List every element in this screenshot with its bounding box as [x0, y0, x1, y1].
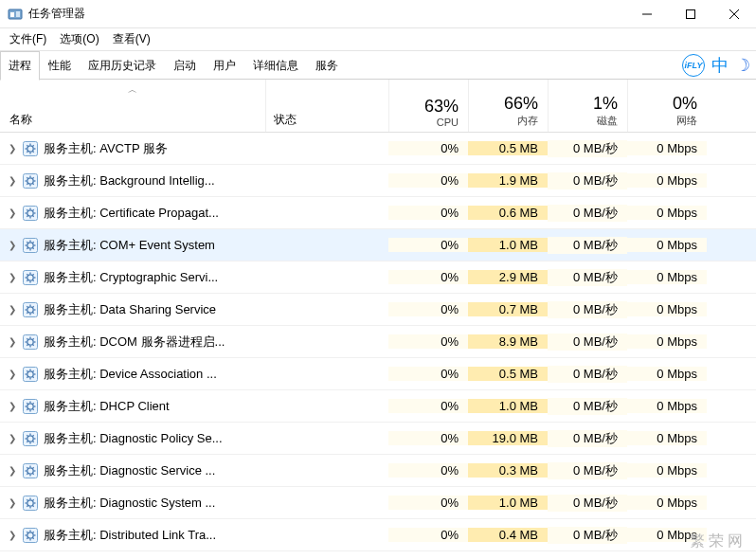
- maximize-button[interactable]: [669, 0, 712, 27]
- tab-users[interactable]: 用户: [205, 51, 244, 80]
- header-cpu[interactable]: 63% CPU: [388, 80, 468, 132]
- svg-line-45: [33, 242, 34, 243]
- svg-line-46: [27, 247, 27, 248]
- process-name: 服务主机: Diagnostic Service ...: [44, 462, 215, 479]
- expand-icon[interactable]: ❯: [6, 240, 19, 250]
- expand-icon[interactable]: ❯: [6, 207, 19, 218]
- header-cpu-label: CPU: [437, 117, 459, 128]
- table-row[interactable]: ❯服务主机: Distributed Link Tra...0%0.4 MB0 …: [0, 519, 756, 551]
- svg-line-13: [27, 145, 27, 146]
- service-host-icon: [23, 334, 38, 350]
- minimize-button[interactable]: [625, 0, 669, 27]
- cell-mem: 2.9 MB: [468, 270, 548, 284]
- cell-mem: 8.9 MB: [468, 334, 548, 349]
- header-net[interactable]: 0% 网络: [627, 80, 707, 132]
- table-row[interactable]: ❯服务主机: Diagnostic System ...0%1.0 MB0 MB…: [0, 487, 756, 519]
- expand-icon[interactable]: ❯: [6, 433, 19, 443]
- svg-line-126: [27, 505, 27, 506]
- cell-mem: 1.9 MB: [468, 173, 548, 188]
- svg-line-25: [33, 177, 34, 178]
- svg-line-125: [33, 499, 34, 500]
- cell-disk: 0 MB/秒: [548, 301, 627, 318]
- process-name: 服务主机: Cryptographic Servi...: [44, 269, 218, 286]
- tab-startup[interactable]: 启动: [165, 51, 205, 80]
- svg-line-63: [27, 306, 27, 307]
- expand-icon[interactable]: ❯: [6, 465, 19, 476]
- tab-details[interactable]: 详细信息: [244, 51, 307, 80]
- svg-line-14: [33, 151, 34, 152]
- cell-net: 0 Mbps: [627, 334, 707, 349]
- svg-line-95: [33, 403, 34, 404]
- tab-services[interactable]: 服务: [307, 51, 347, 80]
- table-row[interactable]: ❯服务主机: Diagnostic Service ...0%0.3 MB0 M…: [0, 455, 756, 487]
- cell-net: 0 Mbps: [627, 302, 707, 316]
- expand-icon[interactable]: ❯: [6, 143, 19, 153]
- service-host-icon: [23, 238, 38, 253]
- svg-line-53: [27, 274, 27, 275]
- svg-line-65: [33, 306, 34, 307]
- cell-cpu: 0%: [388, 399, 468, 413]
- menu-file[interactable]: 文件(F): [4, 29, 52, 49]
- table-row[interactable]: ❯服务主机: AVCTP 服务0%0.5 MB0 MB/秒0 Mbps: [0, 133, 756, 165]
- header-status[interactable]: 状态: [265, 80, 388, 132]
- expand-icon[interactable]: ❯: [6, 530, 19, 540]
- svg-line-34: [33, 215, 34, 216]
- expand-icon[interactable]: ❯: [6, 175, 19, 186]
- window-title: 任务管理器: [28, 6, 625, 22]
- expand-icon[interactable]: ❯: [6, 401, 19, 411]
- process-list[interactable]: ❯服务主机: AVCTP 服务0%0.5 MB0 MB/秒0 Mbps❯服务主机…: [0, 133, 756, 559]
- tab-apphistory[interactable]: 应用历史记录: [80, 51, 165, 80]
- close-button[interactable]: [712, 0, 756, 27]
- cell-net: 0 Mbps: [627, 367, 707, 381]
- svg-line-54: [33, 280, 34, 280]
- process-name: 服务主机: DCOM 服务器进程启...: [44, 334, 225, 351]
- svg-line-94: [33, 408, 34, 409]
- header-net-label: 网络: [676, 114, 697, 128]
- header-disk-label: 磁盘: [597, 114, 618, 128]
- header-mem[interactable]: 66% 内存: [468, 80, 548, 132]
- menu-options[interactable]: 选项(O): [54, 29, 104, 49]
- expand-icon[interactable]: ❯: [6, 304, 19, 315]
- tab-processes[interactable]: 进程: [0, 51, 40, 81]
- svg-line-86: [27, 376, 27, 377]
- table-row[interactable]: ❯服务主机: Device Association ...0%0.5 MB0 M…: [0, 358, 756, 390]
- table-row[interactable]: ❯服务主机: Cryptographic Servi...0%2.9 MB0 M…: [0, 261, 756, 294]
- header-disk[interactable]: 1% 磁盘: [548, 80, 627, 132]
- header-name[interactable]: ︿ 名称: [0, 80, 265, 132]
- cell-cpu: 0%: [388, 302, 468, 316]
- process-name: 服务主机: Distributed Link Tra...: [44, 527, 216, 544]
- app-icon: [8, 7, 23, 22]
- svg-line-64: [33, 312, 34, 313]
- cell-disk: 0 MB/秒: [548, 495, 627, 512]
- table-row[interactable]: ❯服务主机: Certificate Propagat...0%0.6 MB0 …: [0, 197, 756, 229]
- moon-icon[interactable]: ☽: [735, 55, 750, 76]
- svg-line-15: [33, 145, 34, 146]
- cell-mem: 0.4 MB: [468, 528, 548, 542]
- table-row[interactable]: ❯服务主机: Data Sharing Service0%0.7 MB0 MB/…: [0, 294, 756, 326]
- table-row[interactable]: ❯服务主机: Diagnostic Policy Se...0%19.0 MB0…: [0, 423, 756, 455]
- menu-view[interactable]: 查看(V): [107, 29, 156, 49]
- table-row[interactable]: ❯服务主机: DCOM 服务器进程启...0%8.9 MB0 MB/秒0 Mbp…: [0, 326, 756, 358]
- table-row[interactable]: ❯服务主机: Background Intellig...0%1.9 MB0 M…: [0, 165, 756, 197]
- expand-icon[interactable]: ❯: [6, 497, 19, 508]
- ifly-badge[interactable]: iFLY: [682, 54, 705, 77]
- cell-disk: 0 MB/秒: [548, 172, 627, 189]
- svg-line-96: [27, 408, 27, 409]
- service-host-icon: [23, 431, 38, 446]
- table-row[interactable]: ❯服务主机: COM+ Event System0%1.0 MB0 MB/秒0 …: [0, 229, 756, 261]
- ime-badge[interactable]: 中: [709, 54, 731, 77]
- expand-icon[interactable]: ❯: [6, 272, 19, 282]
- process-name: 服务主机: Diagnostic Policy Se...: [44, 430, 223, 447]
- table-row[interactable]: ❯服务主机: DHCP Client0%1.0 MB0 MB/秒0 Mbps: [0, 390, 756, 423]
- service-host-icon: [23, 496, 38, 511]
- cell-disk: 0 MB/秒: [548, 334, 627, 351]
- menubar: 文件(F) 选项(O) 查看(V): [0, 28, 756, 51]
- cell-net: 0 Mbps: [627, 528, 707, 542]
- expand-icon[interactable]: ❯: [6, 369, 19, 379]
- tab-performance[interactable]: 性能: [40, 51, 80, 80]
- cell-mem: 19.0 MB: [468, 431, 548, 445]
- cell-cpu: 0%: [388, 141, 468, 155]
- process-name: 服务主机: COM+ Event System: [44, 237, 215, 254]
- cell-disk: 0 MB/秒: [548, 205, 627, 222]
- expand-icon[interactable]: ❯: [6, 336, 19, 347]
